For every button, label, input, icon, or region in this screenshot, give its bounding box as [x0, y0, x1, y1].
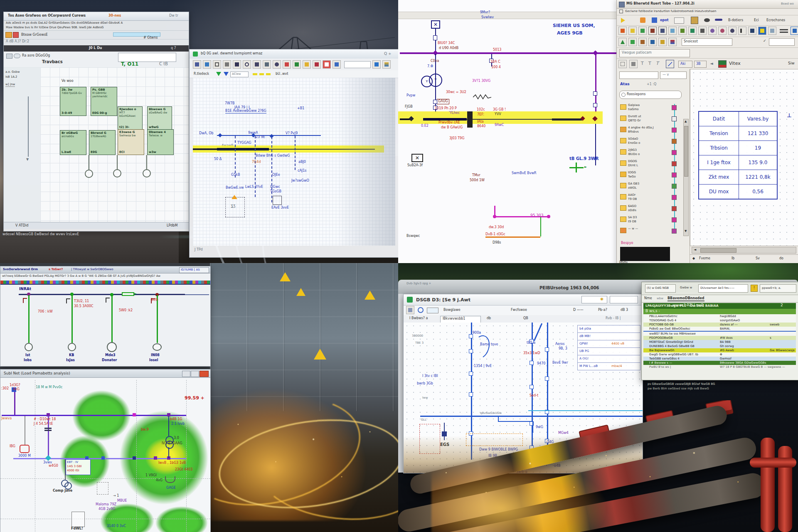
- toolbar-icon[interactable]: [382, 60, 391, 69]
- folder-icon[interactable]: [6, 54, 12, 59]
- result-row[interactable]: GwgG Gwrw wrgGBBwGG UB7. tbΦ: [643, 352, 796, 357]
- toolbar-icon[interactable]: [213, 60, 221, 69]
- breaker-mark[interactable]: [23, 298, 27, 303]
- titlebar[interactable]: MG Bherwtd Ruert Tobe - 127.904.2i Bswd …: [617, 0, 798, 9]
- toolbar-icon[interactable]: [658, 38, 667, 46]
- panel-combo[interactable]: [619, 71, 658, 79]
- menu-row-2[interactable]: Maw Wadew bvs Is Ihr IUDew Drue QeuPews …: [6, 26, 104, 30]
- task-block[interactable]: E3swse G Swlnwsa bw ECI: [118, 129, 144, 155]
- titlebar[interactable]: Subl Net (Load Pamabetts analysis): [0, 369, 210, 378]
- toolbar-icon[interactable]: [283, 60, 291, 69]
- search-box[interactable]: Roosiepons: [619, 91, 682, 99]
- check-icon[interactable]: ✓: [763, 39, 766, 43]
- toolbar-icon[interactable]: [203, 60, 211, 69]
- toolbar-icon[interactable]: [323, 60, 331, 69]
- panel-combo-2[interactable]: — v: [660, 71, 687, 79]
- back-icon[interactable]: ◄: [710, 61, 713, 66]
- toolbar-icon[interactable]: [668, 38, 677, 46]
- doc-icon[interactable]: [13, 32, 19, 38]
- toolbar-icon[interactable]: [372, 60, 381, 69]
- search-field[interactable]: ◉: [581, 296, 607, 303]
- key-icon[interactable]: [715, 19, 722, 21]
- loadflow-canvas[interactable]: 1d3G? 4vG 18 M w M Pvv0c :302 99.59 + Jw…: [0, 377, 210, 532]
- titlebar-right[interactable]: Q +: [384, 52, 392, 56]
- task-block[interactable]: 2b. 3w 7d0d fpsG8-Gv 3-0-49: [60, 87, 86, 116]
- text-tool-icon[interactable]: T: [641, 61, 644, 66]
- toolbar-icon[interactable]: [768, 27, 776, 35]
- titlebar[interactable]: SvsOerwbrwwsd Orm s TsGwr? | TMowyat w S…: [0, 266, 210, 273]
- toolbar-icon[interactable]: [648, 27, 657, 35]
- toolbar-icon[interactable]: [652, 17, 657, 23]
- line-tool-icon[interactable]: [666, 60, 674, 68]
- combo-box-2[interactable]: [769, 38, 795, 46]
- filter-input[interactable]: Vwogue patiocam: [619, 49, 690, 57]
- result-row[interactable]: PBLLLAAerroGetrnchwgUBGdd: [643, 314, 796, 318]
- toolbar-icon[interactable]: [233, 60, 241, 69]
- task-block[interactable]: Ps. GBB M GBHHSc ywmnwndc E0G 00-g: [91, 87, 117, 116]
- sidebar-item[interactable]: IsB 1A.2: [5, 76, 17, 79]
- value-input[interactable]: [118, 53, 176, 62]
- search-field-2[interactable]: [610, 296, 638, 303]
- text-tool-icon[interactable]: T: [656, 61, 659, 66]
- breaker-mark[interactable]: [66, 298, 70, 303]
- toolbar-icon[interactable]: [648, 38, 657, 46]
- task-block[interactable]: Dbwnwe 4 Twlwsw. w w3w: [147, 129, 174, 155]
- ribbon-box[interactable]: AClew: [230, 71, 249, 77]
- toolbar-icon[interactable]: [688, 27, 697, 35]
- titlebar[interactable]: bQ 0G awl. dwwmd Isvmpiomt wmaz Q +: [190, 49, 398, 59]
- tab[interactable]: QB: [523, 317, 528, 320]
- toolbar-icon[interactable]: [698, 27, 707, 35]
- oneline-canvas[interactable]: 7W7B JAA 79 | L B1E AvBwvwbGww 2?6G +B1 …: [193, 78, 395, 246]
- toolbar-icon[interactable]: [193, 60, 201, 69]
- scroll-thumb[interactable]: [700, 248, 736, 253]
- milestone-circle[interactable]: [85, 170, 93, 178]
- text-tool-icon[interactable]: T: [648, 61, 651, 66]
- list-item[interactable]: DGOGDtrnt L: [617, 158, 690, 170]
- toolbar-icon[interactable]: [758, 27, 766, 35]
- task-block[interactable]: Br oGBwG aicnabGs L.bwE: [60, 130, 86, 155]
- motor-symbol[interactable]: [20, 445, 30, 453]
- toolbar-icon[interactable]: [273, 60, 281, 69]
- color-swatch[interactable]: [620, 247, 670, 261]
- b3-box[interactable]: 3B: [694, 61, 707, 68]
- pink-item[interactable]: Bespyo: [621, 241, 633, 245]
- toolbar-icon[interactable]: [618, 38, 627, 46]
- toolbar-text[interactable]: Bowglawe: [443, 308, 461, 312]
- transformer-circle[interactable]: ʏ: [429, 74, 442, 87]
- breaker[interactable]: [469, 392, 473, 397]
- toolbar-text[interactable]: Fwcfswoe: [511, 308, 527, 312]
- task-block[interactable]: Bbrwsd G 1TGBwwAG E0G: [89, 130, 116, 155]
- result-row[interactable]: TOSOGMAG GvG 4sosrgstiGAwO: [643, 318, 796, 323]
- list-item[interactable]: Dvrott utQBTD Gr: [617, 113, 690, 125]
- tab[interactable]: I Bwbws? a: [409, 317, 428, 320]
- toolbar-box[interactable]: [674, 17, 684, 24]
- toolbar-icon[interactable]: [791, 27, 798, 35]
- blue-flag-icon[interactable]: [224, 72, 229, 76]
- tb-box[interactable]: (5) w OdG NGB: [645, 284, 676, 293]
- list-item[interactable]: tOGGTwGo: [617, 170, 690, 181]
- toolbar-input[interactable]: [344, 61, 371, 68]
- milestone-circle[interactable]: [143, 169, 151, 177]
- toolbar-icon[interactable]: [618, 27, 627, 35]
- toolbar-text[interactable]: dB 3: [621, 308, 628, 312]
- toolbar-icon[interactable]: [658, 27, 667, 35]
- tb-box-2[interactable]: ppww0+b; a.: [760, 284, 796, 293]
- result-row[interactable]: MOBTGtaC GrewtbGtgt GtGndBA 9BB: [643, 340, 796, 344]
- scroll-thumb[interactable]: [684, 126, 688, 177]
- toolbar-icon[interactable]: [638, 38, 647, 46]
- menubar[interactable]: Geclwne fstIlbostie Irandurtlon fulästro…: [617, 8, 798, 15]
- image-icon[interactable]: [718, 60, 727, 68]
- breaker[interactable]: [530, 385, 534, 389]
- tb-field[interactable]: DUvownser Ae3 fes——: [698, 284, 748, 293]
- toolbar-icon[interactable]: [313, 60, 321, 69]
- toolbar-icon[interactable]: [738, 27, 746, 35]
- milestone-circle[interactable]: [113, 169, 121, 177]
- pages-icon[interactable]: [629, 60, 638, 68]
- breaker[interactable]: [530, 361, 534, 365]
- lightning-icon[interactable]: !: [751, 285, 758, 292]
- toolbar-icon[interactable]: [628, 38, 637, 46]
- cloud-icon[interactable]: [14, 54, 20, 58]
- result-row[interactable]: TwbGBB swrwGBss 4Gwmssf: [643, 357, 796, 361]
- list-item[interactable]: 4 angbw 4o dGa.JBftsbvs: [617, 125, 690, 136]
- app-icon[interactable]: [5, 32, 12, 38]
